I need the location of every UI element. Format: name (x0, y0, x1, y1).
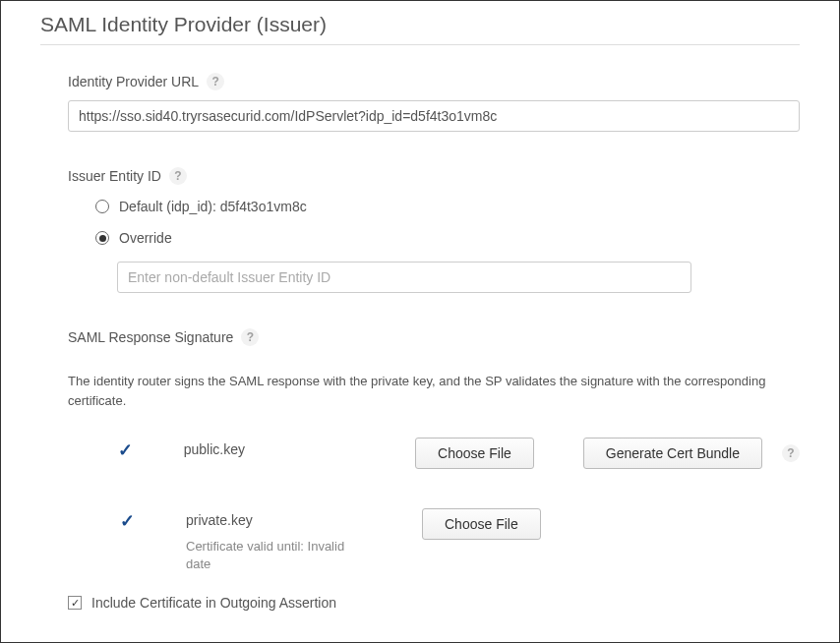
section-title: SAML Identity Provider (Issuer) (40, 13, 800, 45)
private-key-row: ✓ private.key Certificate valid until: I… (68, 508, 800, 573)
include-cert-label: Include Certificate in Outgoing Assertio… (91, 595, 336, 611)
issuer-override-label: Override (119, 230, 172, 246)
radio-checked-icon (95, 231, 109, 245)
issuer-default-radio-row[interactable]: Default (idp_id): d5f4t3o1vm8c (95, 199, 800, 214)
issuer-override-input[interactable] (117, 262, 691, 293)
checkbox-checked-icon: ✓ (68, 596, 82, 610)
saml-identity-provider-panel: SAML Identity Provider (Issuer) Identity… (0, 0, 840, 643)
checkmark-icon: ✓ (120, 510, 135, 532)
help-icon[interactable]: ? (207, 73, 224, 90)
include-cert-checkbox-row[interactable]: ✓ Include Certificate in Outgoing Assert… (40, 595, 800, 611)
public-key-name: public.key (184, 441, 245, 457)
saml-signature-description: The identity router signs the SAML respo… (68, 372, 800, 410)
idp-url-label: Identity Provider URL (68, 74, 199, 89)
saml-signature-label: SAML Response Signature (68, 329, 233, 345)
issuer-default-label: Default (idp_id): d5f4t3o1vm8c (119, 199, 307, 214)
cert-valid-text: Certificate valid until: Invalid date (186, 538, 353, 573)
public-key-row: ✓ public.key Choose File Generate Cert B… (68, 438, 800, 469)
issuer-entity-label: Issuer Entity ID (68, 168, 161, 184)
choose-file-button-public[interactable]: Choose File (415, 438, 534, 469)
idp-url-group: Identity Provider URL ? (40, 73, 800, 132)
generate-cert-bundle-button[interactable]: Generate Cert Bundle (583, 438, 762, 469)
issuer-entity-group: Issuer Entity ID ? Default (idp_id): d5f… (40, 167, 800, 293)
issuer-override-radio-row[interactable]: Override (95, 230, 800, 246)
help-icon[interactable]: ? (241, 328, 259, 346)
choose-file-button-private[interactable]: Choose File (422, 508, 541, 540)
idp-url-input[interactable] (68, 100, 800, 132)
checkmark-icon: ✓ (118, 439, 133, 461)
saml-signature-group: SAML Response Signature ? The identity r… (40, 328, 800, 573)
help-icon[interactable]: ? (782, 444, 800, 462)
radio-unchecked-icon (95, 200, 109, 213)
help-icon[interactable]: ? (169, 167, 187, 185)
private-key-name: private.key (186, 512, 253, 528)
